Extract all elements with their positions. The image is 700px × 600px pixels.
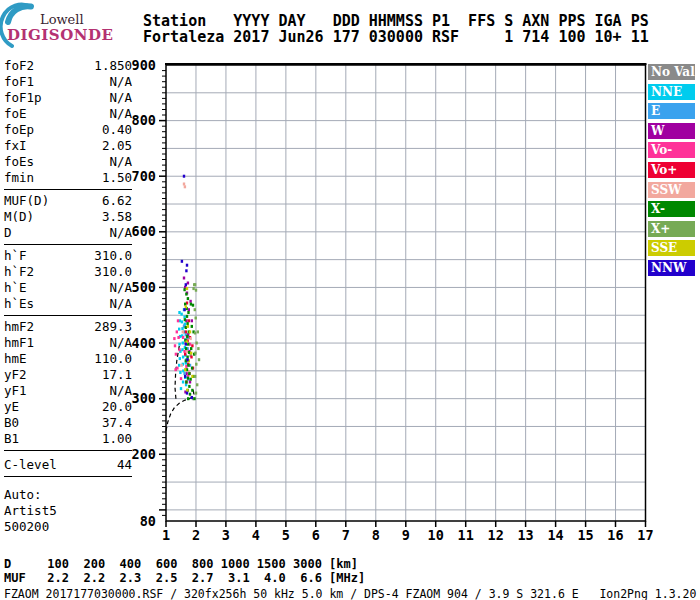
svg-text:200: 200 <box>132 446 156 462</box>
param-value: 3.58 <box>102 209 132 225</box>
param-label: B1 <box>4 431 19 447</box>
param-label: h`Es <box>4 296 34 312</box>
svg-text:16: 16 <box>607 527 623 543</box>
param-value: 0.40 <box>102 122 132 138</box>
legend-item: SSW <box>648 182 695 198</box>
legend-item: NNE <box>648 84 695 100</box>
param-label: C-level <box>4 457 57 473</box>
param-row: foF1pN/A <box>4 90 132 106</box>
param-value: N/A <box>109 296 132 312</box>
svg-text:300: 300 <box>132 390 156 406</box>
param-label: h`F2 <box>4 264 34 280</box>
file-info-row: FZAOM_2017177030000.RSF / 320fx256h 50 k… <box>4 587 696 600</box>
svg-text:5: 5 <box>282 527 290 543</box>
svg-text:12: 12 <box>488 527 504 543</box>
distance-row: D 100 200 400 600 800 1000 1500 3000 [km… <box>4 557 358 571</box>
legend-item: X+ <box>648 221 695 237</box>
lowell-digisonde-logo: Lowell DIGISONDE <box>0 0 110 54</box>
param-label: M(D) <box>4 209 34 225</box>
svg-text:600: 600 <box>132 223 156 239</box>
panel-divider <box>4 244 132 245</box>
param-row: fmin1.50 <box>4 170 132 186</box>
param-label: fmin <box>4 170 34 186</box>
panel-divider <box>4 450 132 451</box>
svg-text:3: 3 <box>222 527 230 543</box>
param-row: DN/A <box>4 225 132 241</box>
param-group: foF21.850foF1N/AfoF1pN/AfoEN/AfoEp0.40fx… <box>4 58 132 186</box>
header-values: Fortaleza 2017 Jun26 177 030000 RSF 1 71… <box>143 29 649 45</box>
param-label: yF2 <box>4 367 27 383</box>
param-row: C-level44 <box>4 457 132 473</box>
param-label: foF1p <box>4 90 42 106</box>
param-row: hmF1N/A <box>4 335 132 351</box>
param-value: 44 <box>117 457 132 473</box>
param-group: hmF2289.3hmF1N/AhmE110.0yF217.1yF1N/AyE2… <box>4 319 132 447</box>
panel-divider <box>4 476 132 477</box>
autoscaling-line: Artist5 <box>4 503 132 519</box>
param-value: 6.62 <box>102 193 132 209</box>
svg-text:15: 15 <box>577 527 593 543</box>
param-row: foEp0.40 <box>4 122 132 138</box>
param-row: B11.00 <box>4 431 132 447</box>
param-value: 1.00 <box>102 431 132 447</box>
legend-item: Vo- <box>648 142 695 158</box>
param-label: hmF2 <box>4 319 34 335</box>
param-row: B037.4 <box>4 415 132 431</box>
legend-item: W <box>648 123 695 139</box>
svg-text:4: 4 <box>252 527 260 543</box>
svg-text:13: 13 <box>517 527 533 543</box>
param-value: 37.4 <box>102 415 132 431</box>
param-group: h`F310.0h`F2310.0h`EN/Ah`EsN/A <box>4 248 132 312</box>
param-row: yE20.0 <box>4 399 132 415</box>
param-row: hmE110.0 <box>4 351 132 367</box>
param-label: foEs <box>4 154 34 170</box>
svg-text:10: 10 <box>428 527 444 543</box>
param-value: 20.0 <box>102 399 132 415</box>
param-label: foF1 <box>4 74 34 90</box>
legend-item: E <box>648 103 695 119</box>
param-label: fxI <box>4 138 27 154</box>
svg-text:400: 400 <box>132 335 156 351</box>
param-row: foF1N/A <box>4 74 132 90</box>
svg-text:800: 800 <box>132 112 156 128</box>
param-label: foF2 <box>4 58 34 74</box>
legend-item: NNW <box>648 260 695 276</box>
legend-item: X- <box>648 201 695 217</box>
param-value: N/A <box>109 335 132 351</box>
svg-text:11: 11 <box>458 527 474 543</box>
param-value: N/A <box>109 225 132 241</box>
svg-text:500: 500 <box>132 279 156 295</box>
param-value: 110.0 <box>94 351 132 367</box>
param-value: N/A <box>109 280 132 296</box>
param-row: h`F310.0 <box>4 248 132 264</box>
svg-text:8: 8 <box>372 527 380 543</box>
param-value: N/A <box>109 106 132 122</box>
param-label: D <box>4 225 12 241</box>
param-row: M(D)3.58 <box>4 209 132 225</box>
param-value: N/A <box>109 90 132 106</box>
param-row: h`EN/A <box>4 280 132 296</box>
param-value: 289.3 <box>94 319 132 335</box>
param-label: h`F <box>4 248 27 264</box>
param-label: yE <box>4 399 19 415</box>
legend-item: No Val <box>648 64 695 80</box>
param-group: MUF(D)6.62M(D)3.58DN/A <box>4 193 132 241</box>
svg-text:9: 9 <box>402 527 410 543</box>
param-value: 2.05 <box>102 138 132 154</box>
param-label: hmE <box>4 351 27 367</box>
param-label: hmF1 <box>4 335 34 351</box>
param-value: 17.1 <box>102 367 132 383</box>
param-label: foEp <box>4 122 34 138</box>
direction-legend: No ValNNEEWVo-Vo+SSWX-X+SSENNW <box>648 64 695 280</box>
svg-text:900: 900 <box>132 57 156 73</box>
param-row: MUF(D)6.62 <box>4 193 132 209</box>
param-row: foF21.850 <box>4 58 132 74</box>
param-value: 1.50 <box>102 170 132 186</box>
legend-item: Vo+ <box>648 162 695 178</box>
autoscaling-line: Auto: <box>4 487 132 503</box>
panel-divider <box>4 189 132 190</box>
param-value: 1.850 <box>94 58 132 74</box>
header-column-titles: Station YYYY DAY DDD HHMMSS P1 FFS S AXN… <box>143 13 649 29</box>
param-row: fxI2.05 <box>4 138 132 154</box>
param-label: B0 <box>4 415 19 431</box>
